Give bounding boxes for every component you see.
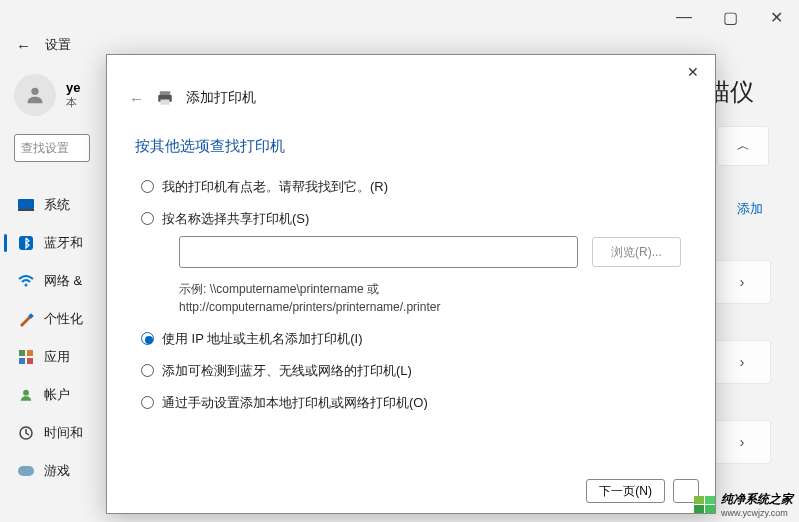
radio-icon (141, 396, 154, 409)
sidebar-item-label: 个性化 (44, 310, 83, 328)
user-local: 本 (66, 95, 80, 110)
device-list: › › › (713, 260, 771, 464)
svg-rect-7 (27, 350, 33, 356)
sidebar-item-label: 蓝牙和 (44, 234, 83, 252)
sidebar-item-label: 时间和 (44, 424, 83, 442)
option-label: 通过手动设置添加本地打印机或网络打印机(O) (162, 394, 428, 412)
sidebar-item-gaming[interactable]: 游戏 (14, 452, 100, 490)
svg-point-4 (25, 284, 28, 287)
close-button[interactable]: ✕ (753, 0, 799, 34)
svg-point-0 (31, 88, 38, 95)
dialog-close-button[interactable]: ✕ (679, 58, 707, 86)
sidebar-item-time[interactable]: 时间和 (14, 414, 100, 452)
minimize-button[interactable]: — (661, 0, 707, 34)
brush-icon (18, 311, 34, 327)
sidebar-item-network[interactable]: 网络 & (14, 262, 100, 300)
svg-rect-1 (18, 199, 34, 209)
browse-button[interactable]: 浏览(R)... (592, 237, 681, 267)
device-row[interactable]: › (713, 420, 771, 464)
radio-selected-icon (141, 332, 154, 345)
user-profile[interactable]: ye 本 (14, 74, 100, 116)
dialog-header: ← 添加打印机 (107, 89, 715, 107)
sidebar: ye 本 查找设置 系统 蓝牙和 网络 & 个性化 应用 帐户 (0, 56, 100, 522)
search-input[interactable]: 查找设置 (14, 134, 90, 162)
dialog-subtitle: 按其他选项查找打印机 (107, 107, 715, 156)
svg-point-10 (23, 390, 29, 396)
add-link[interactable]: 添加 (737, 200, 763, 218)
svg-rect-12 (18, 466, 34, 476)
dialog-back-button[interactable]: ← (129, 90, 144, 107)
expand-button[interactable]: ︿ (717, 126, 769, 166)
option-wireless[interactable]: 添加可检测到蓝牙、无线或网络的打印机(L) (141, 362, 681, 380)
option-label: 我的打印机有点老。请帮我找到它。(R) (162, 178, 388, 196)
sidebar-item-label: 应用 (44, 348, 70, 366)
dialog-title: 添加打印机 (186, 89, 256, 107)
option-manual[interactable]: 通过手动设置添加本地打印机或网络打印机(O) (141, 394, 681, 412)
option-label: 使用 IP 地址或主机名添加打印机(I) (162, 330, 363, 348)
header-bar: ← 设置 (0, 34, 799, 56)
sidebar-item-accounts[interactable]: 帐户 (14, 376, 100, 414)
gamepad-icon (18, 463, 34, 479)
device-row[interactable]: › (713, 340, 771, 384)
example-text: 示例: \\computername\printername 或 http://… (179, 280, 681, 316)
svg-rect-9 (27, 358, 33, 364)
clock-icon (18, 425, 34, 441)
sidebar-item-bluetooth[interactable]: 蓝牙和 (14, 224, 100, 262)
watermark-logo-icon (694, 496, 715, 513)
system-icon (18, 197, 34, 213)
printer-name-input[interactable] (179, 236, 578, 268)
sidebar-item-system[interactable]: 系统 (14, 186, 100, 224)
wifi-icon (18, 273, 34, 289)
svg-rect-15 (161, 100, 170, 105)
sidebar-item-label: 游戏 (44, 462, 70, 480)
radio-icon (141, 364, 154, 377)
avatar (14, 74, 56, 116)
option-old-printer[interactable]: 我的打印机有点老。请帮我找到它。(R) (141, 178, 681, 196)
bluetooth-icon (18, 235, 34, 251)
svg-rect-13 (160, 91, 171, 95)
option-ip[interactable]: 使用 IP 地址或主机名添加打印机(I) (141, 330, 681, 348)
device-row[interactable]: › (713, 260, 771, 304)
maximize-button[interactable]: ▢ (707, 0, 753, 34)
radio-icon (141, 212, 154, 225)
apps-icon (18, 349, 34, 365)
radio-icon (141, 180, 154, 193)
sidebar-item-apps[interactable]: 应用 (14, 338, 100, 376)
dialog-footer: 下一页(N) (586, 479, 699, 503)
content-heading: 描仪 (706, 76, 783, 108)
watermark: 纯净系统之家 www.ycwjzy.com (694, 491, 793, 518)
back-button[interactable]: ← (16, 37, 31, 54)
svg-rect-2 (18, 209, 34, 211)
sidebar-item-personalization[interactable]: 个性化 (14, 300, 100, 338)
watermark-text: 纯净系统之家 (721, 491, 793, 508)
sidebar-item-label: 系统 (44, 196, 70, 214)
printer-icon (156, 89, 174, 107)
user-name: ye (66, 80, 80, 95)
next-button[interactable]: 下一页(N) (586, 479, 665, 503)
option-by-name[interactable]: 按名称选择共享打印机(S) (141, 210, 681, 228)
option-label: 按名称选择共享打印机(S) (162, 210, 309, 228)
dialog-titlebar: ✕ (107, 55, 715, 89)
person-icon (24, 84, 46, 106)
printer-options: 我的打印机有点老。请帮我找到它。(R) 按名称选择共享打印机(S) 浏览(R).… (107, 156, 715, 412)
example-line: 示例: \\computername\printername 或 (179, 280, 681, 298)
watermark-url: www.ycwjzy.com (721, 508, 793, 518)
svg-rect-8 (19, 358, 25, 364)
account-icon (18, 387, 34, 403)
sidebar-item-label: 帐户 (44, 386, 70, 404)
option-label: 添加可检测到蓝牙、无线或网络的打印机(L) (162, 362, 412, 380)
example-line: http://computername/printers/printername… (179, 298, 681, 316)
add-printer-dialog: ✕ ← 添加打印机 按其他选项查找打印机 我的打印机有点老。请帮我找到它。(R)… (106, 54, 716, 514)
svg-rect-6 (19, 350, 25, 356)
page-title: 设置 (45, 36, 71, 54)
window-titlebar: — ▢ ✕ (0, 0, 799, 34)
byname-row: 浏览(R)... (179, 236, 681, 268)
sidebar-item-label: 网络 & (44, 272, 82, 290)
